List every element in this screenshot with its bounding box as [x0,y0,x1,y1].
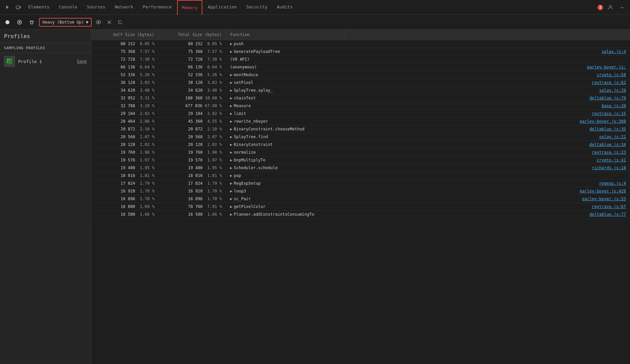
expand-arrow-icon[interactable]: ▶ [230,204,232,209]
cell-self-size: 52 336 5.26 % [91,71,159,79]
expand-arrow-icon[interactable]: ▶ [230,150,232,155]
expand-arrow-icon[interactable]: ▶ [230,181,232,186]
tab-audits[interactable]: Audits [273,0,297,15]
cell-source[interactable]: deltablue.js:34 [344,141,630,149]
expand-arrow-icon[interactable]: ▶ [230,165,232,170]
cell-function: ▶Planner.addConstraintsConsumingTo [226,211,344,218]
expand-arrow-icon[interactable]: ▶ [230,88,232,93]
cell-source[interactable]: crypto.js:58 [344,71,630,79]
cell-source[interactable]: base.js:20 [344,102,630,110]
col-header-source [344,30,630,40]
tab-console[interactable]: Console [55,0,82,15]
svg-rect-0 [16,6,20,8]
cell-total-size: 16 500 1.66 % [159,211,226,218]
expand-arrow-icon[interactable]: ▶ [230,111,232,116]
more-menu-icon[interactable]: ⋯ [618,3,627,12]
tab-sources[interactable]: Sources [83,0,109,15]
cell-source[interactable]: richards.js:18 [344,164,630,172]
col-header-function[interactable]: Function [226,30,344,40]
cell-source[interactable]: regexp.js:4 [344,180,630,187]
table-header-row: Self Size (bytes) Total Size (bytes) Fun… [91,30,630,40]
cell-source[interactable]: earley-boyer.js: [344,63,630,71]
cell-source[interactable]: deltablue.js:35 [344,125,630,133]
cell-total-size: 66 136 6.64 % [159,63,226,71]
device-icon[interactable] [13,3,23,12]
cell-source[interactable]: raytrace.js:23 [344,149,630,156]
user-icon[interactable] [606,3,615,12]
expand-arrow-icon[interactable]: ▶ [230,142,232,147]
svg-rect-20 [7,59,8,60]
cell-source[interactable]: raytrace.js:62 [344,79,630,87]
cell-total-size: 20 128 2.02 % [159,141,226,149]
tab-performance[interactable]: Performance [139,0,176,15]
cell-self-size: 38 128 3.83 % [91,79,159,87]
cell-source[interactable]: deltablue.js:77 [344,211,630,218]
svg-rect-1 [20,6,21,8]
table-row: 75 368 7.57 %75 368 7.57 %▶GeneratePaylo… [91,48,630,56]
cell-function: ▶chainTest [226,94,344,102]
cell-self-size: 16 500 1.66 % [91,211,159,218]
eye-icon[interactable] [94,18,103,26]
cell-source[interactable]: earley-boyer.js:53 [344,195,630,203]
clear-button[interactable] [27,18,36,27]
svg-point-5 [5,20,9,24]
expand-arrow-icon[interactable]: ▶ [230,103,232,108]
expand-arrow-icon[interactable]: ▶ [230,119,232,124]
tab-elements[interactable]: Elements [24,0,54,15]
cell-source[interactable]: raytrace.js:15 [344,110,630,118]
expand-arrow-icon[interactable]: ▶ [230,158,232,162]
expand-arrow-icon[interactable]: ▶ [230,134,232,139]
cell-function: ▶setPixel [226,79,344,87]
cell-source[interactable]: earley-boyer.js:428 [344,187,630,195]
cell-total-size: 52 336 5.26 % [159,71,226,79]
profile-name: Profile 1 [18,59,74,64]
cell-source [344,172,630,180]
expand-arrow-icon[interactable]: ▶ [230,212,232,217]
tab-application[interactable]: Application [204,0,241,15]
expand-arrow-icon[interactable]: ▶ [230,72,232,77]
table-row: 38 128 3.83 %38 128 3.83 %▶setPixelraytr… [91,79,630,87]
table-row: 19 400 1.95 %19 400 1.95 %▶Scheduler.sch… [91,164,630,172]
expand-arrow-icon[interactable]: ▶ [230,96,232,100]
save-link[interactable]: Save [77,59,87,64]
tab-network[interactable]: Network [111,0,137,15]
col-header-total-size[interactable]: Total Size (bytes) [159,30,226,40]
stop-button[interactable] [15,18,24,27]
cell-function: ▶SplayTree.splay_ [226,87,344,94]
tab-security[interactable]: Security [242,0,271,15]
cell-function: ▶loop3 [226,187,344,195]
cell-source[interactable]: splay.js:29 [344,87,630,94]
cursor-icon[interactable] [3,3,12,12]
refresh-icon[interactable] [116,18,124,26]
expand-arrow-icon[interactable]: ▶ [230,127,232,131]
record-button[interactable] [3,18,12,27]
view-selector-dropdown[interactable]: Heavy (Bottom Up) ▼ [39,18,92,27]
col-header-self-size[interactable]: Self Size (bytes) [91,30,159,40]
expand-arrow-icon[interactable]: ▶ [230,80,232,85]
cell-source[interactable]: splay.js:22 [344,133,630,141]
profiles-heading: Profiles [0,30,91,43]
tab-memory[interactable]: Memory [177,0,202,15]
cell-self-size: 80 152 8.05 % [91,40,159,48]
cell-source[interactable]: earley-boyer.js:360 [344,118,630,125]
profile-1-item[interactable]: Profile 1 Save [0,53,91,69]
expand-arrow-icon[interactable]: ▶ [230,173,232,178]
cell-source[interactable]: raytrace.js:67 [344,203,630,211]
svg-rect-21 [9,59,10,60]
cell-function: ▶GeneratePayloadTree [226,48,344,56]
error-badge[interactable]: 1 [598,5,603,10]
cell-function: ▶sc_Pair [226,195,344,203]
cell-source[interactable]: crypto.js:41 [344,156,630,164]
cell-self-size: 19 576 1.97 % [91,156,159,164]
expand-arrow-icon[interactable]: ▶ [230,49,232,54]
close-icon[interactable] [105,18,113,26]
expand-arrow-icon[interactable]: ▶ [230,189,232,193]
sampling-profiles-header: SAMPLING PROFILES [0,43,91,53]
expand-arrow-icon[interactable]: ▶ [230,196,232,201]
expand-arrow-icon[interactable]: ▶ [230,41,232,46]
cell-self-size: 16 920 1.70 % [91,187,159,195]
cell-function: ▶SplayTree.find [226,133,344,141]
cell-self-size: 19 400 1.95 % [91,164,159,172]
cell-source[interactable]: splay.js:4 [344,48,630,56]
cell-source[interactable]: deltablue.js:79 [344,94,630,102]
